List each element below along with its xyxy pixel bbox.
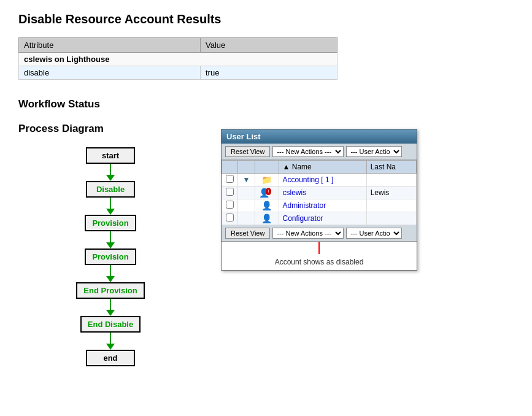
user-list-overlay: User List Reset View --- New Actions ---… xyxy=(221,129,417,271)
start-node-box: start xyxy=(86,147,135,164)
row-folder-icon: 📁 xyxy=(255,174,279,187)
end-label: end xyxy=(103,353,117,363)
value-header: Value xyxy=(200,38,337,53)
table-header-row: ▲ Name Last Na xyxy=(222,161,417,174)
administrator-link[interactable]: Administrator xyxy=(283,201,326,210)
end-provision-label: End Provision xyxy=(83,286,137,295)
sort-arrow-icon: ▲ xyxy=(283,163,290,171)
table-row: 👤 Configurator xyxy=(222,212,417,225)
start-label: start xyxy=(102,151,119,160)
dropdown-arrow-icon: ▼ xyxy=(243,175,250,184)
reset-view-button-bottom[interactable]: Reset View xyxy=(225,228,270,239)
row-name-cell: Configurator xyxy=(279,212,366,225)
user-list-table: ▲ Name Last Na ▼ 📁 xyxy=(222,160,417,225)
node-provision1: Provision xyxy=(85,215,136,231)
configurator-link[interactable]: Configurator xyxy=(283,214,323,223)
row-checkbox[interactable] xyxy=(222,199,238,212)
row-lastname-cell: Lewis xyxy=(366,187,416,199)
user-list-toolbar-top: Reset View --- New Actions --- --- User … xyxy=(222,144,417,160)
row-name-cell: cslewis xyxy=(279,187,366,199)
row-lastname-cell xyxy=(366,174,416,187)
account-note: Account shows as disabled xyxy=(222,254,417,270)
user-actions-select-bottom[interactable]: --- User Actio xyxy=(346,228,402,239)
node-end: end xyxy=(86,350,135,366)
user-list-header: User List xyxy=(222,129,417,144)
disable-node-box: Disable xyxy=(86,181,135,198)
row-lastname-cell xyxy=(366,212,416,225)
workflow-title: Workflow Status xyxy=(18,98,514,110)
checkbox-input[interactable] xyxy=(226,214,234,221)
node-start: start xyxy=(86,147,135,164)
col-icon2 xyxy=(255,161,279,174)
row-name-cell: Administrator xyxy=(279,199,366,212)
checkbox-input[interactable] xyxy=(226,188,234,196)
arrow-down xyxy=(106,175,115,181)
arrow-line xyxy=(110,299,111,310)
arrow-line xyxy=(110,333,111,344)
end-disable-node-box: End Disable xyxy=(80,316,141,333)
disable-label: Disable xyxy=(96,185,125,194)
user-actions-select-top[interactable]: --- User Actio xyxy=(346,146,402,157)
arrow-down xyxy=(106,276,115,282)
arrow-line xyxy=(110,198,111,209)
row-lastname-cell xyxy=(366,199,416,212)
arrow-line xyxy=(110,231,111,242)
node-end-disable: End Disable xyxy=(80,316,141,333)
row-user-icon2: 👤 xyxy=(255,212,279,225)
table-row: 👤! cslewis Lewis xyxy=(222,187,417,199)
row-empty-icon xyxy=(238,187,255,199)
provision1-label: Provision xyxy=(92,218,128,228)
row-name-cell: Accounting [ 1 ] xyxy=(279,174,366,187)
red-indicator-line xyxy=(318,242,320,254)
arrow-line xyxy=(110,265,111,276)
provision2-node-box: Provision xyxy=(85,248,136,265)
row-empty-icon xyxy=(238,212,255,225)
checkbox-input[interactable] xyxy=(226,175,234,183)
end-provision-node-box: End Provision xyxy=(76,282,144,299)
workflow-section: Workflow Status xyxy=(18,98,514,110)
checkbox-input[interactable] xyxy=(226,201,234,209)
page-title: Disable Resource Account Results xyxy=(18,12,514,26)
provision1-node-box: Provision xyxy=(85,215,136,231)
row-checkbox[interactable] xyxy=(222,212,238,225)
new-actions-select-bottom[interactable]: --- New Actions --- xyxy=(272,228,344,239)
folder-icon: 📁 xyxy=(261,175,272,185)
row-checkbox[interactable] xyxy=(222,174,238,187)
attr-header: Attribute xyxy=(19,38,201,53)
table-row: 👤 Administrator xyxy=(222,199,417,212)
arrow-down xyxy=(106,209,115,215)
col-checkbox xyxy=(222,161,238,174)
row-checkbox[interactable] xyxy=(222,187,238,199)
process-diagram: start Disable Provision Provision xyxy=(18,141,202,366)
node-disable: Disable xyxy=(86,181,135,198)
provision2-label: Provision xyxy=(92,252,128,261)
accounting-link[interactable]: Accounting [ 1 ] xyxy=(283,175,334,184)
row-dropdown-icon: ▼ xyxy=(238,174,255,187)
row-user-icon: 👤 xyxy=(255,199,279,212)
col-name[interactable]: ▲ Name xyxy=(279,161,366,174)
attr-cell: disable xyxy=(19,66,201,80)
user-icon: 👤 xyxy=(261,214,272,223)
warning-badge: ! xyxy=(266,188,271,195)
results-table: Attribute Value cslewis on Lighthouse di… xyxy=(18,37,337,80)
new-actions-select-top[interactable]: --- New Actions --- xyxy=(272,146,344,157)
cslewis-link[interactable]: cslewis xyxy=(283,188,307,197)
node-end-provision: End Provision xyxy=(76,282,144,299)
arrow-line xyxy=(110,164,111,175)
val-cell: true xyxy=(200,66,337,80)
arrow-down xyxy=(106,344,115,350)
end-disable-label: End Disable xyxy=(88,320,133,329)
col-lastname: Last Na xyxy=(366,161,416,174)
node-provision2: Provision xyxy=(85,248,136,265)
row-user-warning-icon: 👤! xyxy=(255,187,279,199)
col-icon1 xyxy=(238,161,255,174)
table-row: cslewis on Lighthouse xyxy=(19,53,337,66)
arrow-down xyxy=(106,310,115,316)
row-empty-icon xyxy=(238,199,255,212)
arrow-down xyxy=(106,242,115,248)
end-node-box: end xyxy=(86,350,135,366)
reset-view-button-top[interactable]: Reset View xyxy=(225,146,270,157)
process-section: Process Diagram start Disable Provision xyxy=(18,123,514,366)
user-list-title: User List xyxy=(226,132,261,141)
user-icon: 👤 xyxy=(261,201,272,210)
